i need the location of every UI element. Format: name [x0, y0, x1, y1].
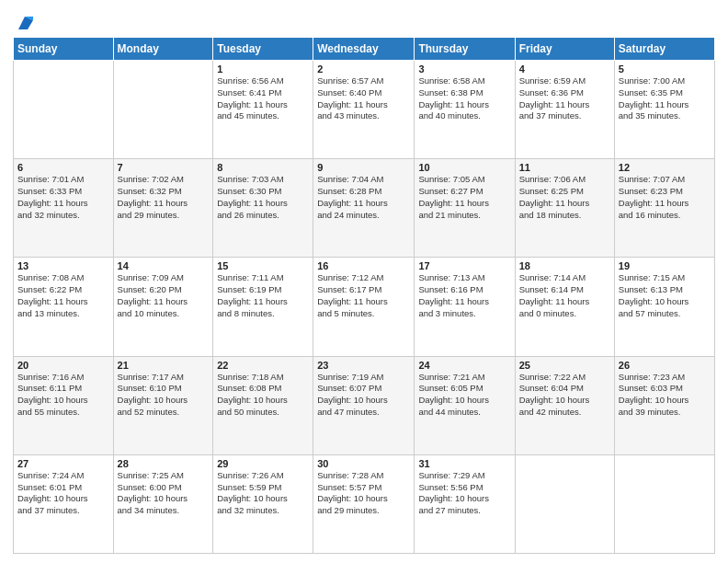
- day-number: 29: [217, 458, 309, 469]
- calendar-cell: 10Sunrise: 7:05 AMSunset: 6:27 PMDayligh…: [415, 159, 515, 258]
- day-detail: Sunrise: 7:25 AMSunset: 6:00 PMDaylight:…: [118, 470, 210, 517]
- calendar-cell: 16Sunrise: 7:12 AMSunset: 6:17 PMDayligh…: [313, 258, 415, 356]
- calendar-cell: 31Sunrise: 7:29 AMSunset: 5:56 PMDayligh…: [415, 454, 515, 553]
- day-detail: Sunrise: 7:17 AMSunset: 6:10 PMDaylight:…: [118, 372, 210, 419]
- header-monday: Monday: [113, 38, 213, 61]
- logo: [13, 13, 35, 29]
- day-number: 2: [317, 63, 410, 75]
- day-number: 1: [217, 63, 309, 75]
- day-number: 31: [418, 458, 510, 469]
- day-detail: Sunrise: 6:59 AMSunset: 6:36 PMDaylight:…: [519, 75, 610, 122]
- week-row-5: 27Sunrise: 7:24 AMSunset: 6:01 PMDayligh…: [14, 454, 715, 553]
- calendar-cell: [614, 454, 714, 553]
- calendar-cell: 23Sunrise: 7:19 AMSunset: 6:07 PMDayligh…: [313, 356, 415, 454]
- calendar-cell: 12Sunrise: 7:07 AMSunset: 6:23 PMDayligh…: [614, 159, 714, 258]
- day-number: 15: [217, 260, 309, 271]
- week-row-4: 20Sunrise: 7:16 AMSunset: 6:11 PMDayligh…: [14, 356, 715, 454]
- calendar-cell: 26Sunrise: 7:23 AMSunset: 6:03 PMDayligh…: [614, 356, 714, 454]
- day-detail: Sunrise: 7:09 AMSunset: 6:20 PMDaylight:…: [118, 272, 210, 319]
- day-detail: Sunrise: 7:07 AMSunset: 6:23 PMDaylight:…: [619, 174, 711, 221]
- day-number: 8: [217, 162, 309, 173]
- day-detail: Sunrise: 7:12 AMSunset: 6:17 PMDaylight:…: [317, 272, 410, 319]
- calendar-cell: 14Sunrise: 7:09 AMSunset: 6:20 PMDayligh…: [113, 258, 213, 356]
- day-number: 12: [619, 162, 711, 173]
- calendar-cell: 8Sunrise: 7:03 AMSunset: 6:30 PMDaylight…: [213, 159, 313, 258]
- calendar-cell: 6Sunrise: 7:01 AMSunset: 6:33 PMDaylight…: [14, 159, 114, 258]
- calendar-cell: 30Sunrise: 7:28 AMSunset: 5:57 PMDayligh…: [313, 454, 415, 553]
- day-detail: Sunrise: 7:16 AMSunset: 6:11 PMDaylight:…: [17, 372, 109, 419]
- calendar-cell: 18Sunrise: 7:14 AMSunset: 6:14 PMDayligh…: [515, 258, 614, 356]
- day-detail: Sunrise: 7:08 AMSunset: 6:22 PMDaylight:…: [17, 272, 109, 319]
- calendar-cell: 28Sunrise: 7:25 AMSunset: 6:00 PMDayligh…: [113, 454, 213, 553]
- day-detail: Sunrise: 7:14 AMSunset: 6:14 PMDaylight:…: [519, 272, 610, 319]
- day-number: 22: [217, 360, 309, 371]
- day-detail: Sunrise: 7:04 AMSunset: 6:28 PMDaylight:…: [317, 174, 410, 221]
- day-detail: Sunrise: 7:05 AMSunset: 6:27 PMDaylight:…: [418, 174, 510, 221]
- calendar-cell: [113, 61, 213, 159]
- day-number: 4: [519, 63, 610, 75]
- week-row-1: 1Sunrise: 6:56 AMSunset: 6:41 PMDaylight…: [14, 61, 715, 159]
- day-number: 3: [418, 63, 510, 75]
- header-friday: Friday: [515, 38, 614, 61]
- calendar-cell: 1Sunrise: 6:56 AMSunset: 6:41 PMDaylight…: [213, 61, 313, 159]
- calendar-cell: 9Sunrise: 7:04 AMSunset: 6:28 PMDaylight…: [313, 159, 415, 258]
- day-detail: Sunrise: 7:13 AMSunset: 6:16 PMDaylight:…: [418, 272, 510, 319]
- calendar-cell: 20Sunrise: 7:16 AMSunset: 6:11 PMDayligh…: [14, 356, 114, 454]
- day-detail: Sunrise: 7:23 AMSunset: 6:03 PMDaylight:…: [619, 372, 711, 419]
- day-number: 11: [519, 162, 610, 173]
- calendar-cell: 2Sunrise: 6:57 AMSunset: 6:40 PMDaylight…: [313, 61, 415, 159]
- day-number: 27: [17, 458, 109, 469]
- calendar-cell: 22Sunrise: 7:18 AMSunset: 6:08 PMDayligh…: [213, 356, 313, 454]
- calendar-cell: 3Sunrise: 6:58 AMSunset: 6:38 PMDaylight…: [415, 61, 515, 159]
- day-detail: Sunrise: 6:56 AMSunset: 6:41 PMDaylight:…: [217, 75, 309, 122]
- calendar-cell: 19Sunrise: 7:15 AMSunset: 6:13 PMDayligh…: [614, 258, 714, 356]
- day-detail: Sunrise: 7:18 AMSunset: 6:08 PMDaylight:…: [217, 372, 309, 419]
- calendar-cell: 27Sunrise: 7:24 AMSunset: 6:01 PMDayligh…: [14, 454, 114, 553]
- day-detail: Sunrise: 7:28 AMSunset: 5:57 PMDaylight:…: [317, 470, 410, 517]
- day-number: 23: [317, 360, 410, 371]
- calendar-cell: [14, 61, 114, 159]
- page: Sunday Monday Tuesday Wednesday Thursday…: [0, 0, 728, 563]
- logo-icon: [15, 13, 35, 33]
- header: [13, 9, 715, 29]
- day-detail: Sunrise: 7:02 AMSunset: 6:32 PMDaylight:…: [118, 174, 210, 221]
- day-detail: Sunrise: 6:58 AMSunset: 6:38 PMDaylight:…: [418, 75, 510, 122]
- calendar-cell: 7Sunrise: 7:02 AMSunset: 6:32 PMDaylight…: [113, 159, 213, 258]
- calendar-cell: 13Sunrise: 7:08 AMSunset: 6:22 PMDayligh…: [14, 258, 114, 356]
- day-detail: Sunrise: 7:21 AMSunset: 6:05 PMDaylight:…: [418, 372, 510, 419]
- day-detail: Sunrise: 7:15 AMSunset: 6:13 PMDaylight:…: [619, 272, 711, 319]
- day-number: 16: [317, 260, 410, 271]
- calendar-cell: 11Sunrise: 7:06 AMSunset: 6:25 PMDayligh…: [515, 159, 614, 258]
- day-number: 18: [519, 260, 610, 271]
- day-number: 7: [118, 162, 210, 173]
- day-detail: Sunrise: 7:11 AMSunset: 6:19 PMDaylight:…: [217, 272, 309, 319]
- day-detail: Sunrise: 7:01 AMSunset: 6:33 PMDaylight:…: [17, 174, 109, 221]
- day-detail: Sunrise: 7:03 AMSunset: 6:30 PMDaylight:…: [217, 174, 309, 221]
- day-number: 13: [17, 260, 109, 271]
- day-number: 10: [418, 162, 510, 173]
- day-detail: Sunrise: 7:06 AMSunset: 6:25 PMDaylight:…: [519, 174, 610, 221]
- day-number: 5: [619, 63, 711, 75]
- day-detail: Sunrise: 7:26 AMSunset: 5:59 PMDaylight:…: [217, 470, 309, 517]
- day-detail: Sunrise: 7:19 AMSunset: 6:07 PMDaylight:…: [317, 372, 410, 419]
- day-number: 9: [317, 162, 410, 173]
- day-number: 17: [418, 260, 510, 271]
- calendar-cell: [515, 454, 614, 553]
- day-number: 28: [118, 458, 210, 469]
- day-number: 21: [118, 360, 210, 371]
- calendar-cell: 24Sunrise: 7:21 AMSunset: 6:05 PMDayligh…: [415, 356, 515, 454]
- calendar-cell: 15Sunrise: 7:11 AMSunset: 6:19 PMDayligh…: [213, 258, 313, 356]
- day-detail: Sunrise: 7:29 AMSunset: 5:56 PMDaylight:…: [418, 470, 510, 517]
- header-wednesday: Wednesday: [313, 38, 415, 61]
- calendar-cell: 4Sunrise: 6:59 AMSunset: 6:36 PMDaylight…: [515, 61, 614, 159]
- day-number: 20: [17, 360, 109, 371]
- day-number: 14: [118, 260, 210, 271]
- day-number: 26: [619, 360, 711, 371]
- week-row-3: 13Sunrise: 7:08 AMSunset: 6:22 PMDayligh…: [14, 258, 715, 356]
- calendar-cell: 5Sunrise: 7:00 AMSunset: 6:35 PMDaylight…: [614, 61, 714, 159]
- weekday-header-row: Sunday Monday Tuesday Wednesday Thursday…: [14, 38, 715, 61]
- day-number: 24: [418, 360, 510, 371]
- day-number: 30: [317, 458, 410, 469]
- day-detail: Sunrise: 7:22 AMSunset: 6:04 PMDaylight:…: [519, 372, 610, 419]
- header-thursday: Thursday: [415, 38, 515, 61]
